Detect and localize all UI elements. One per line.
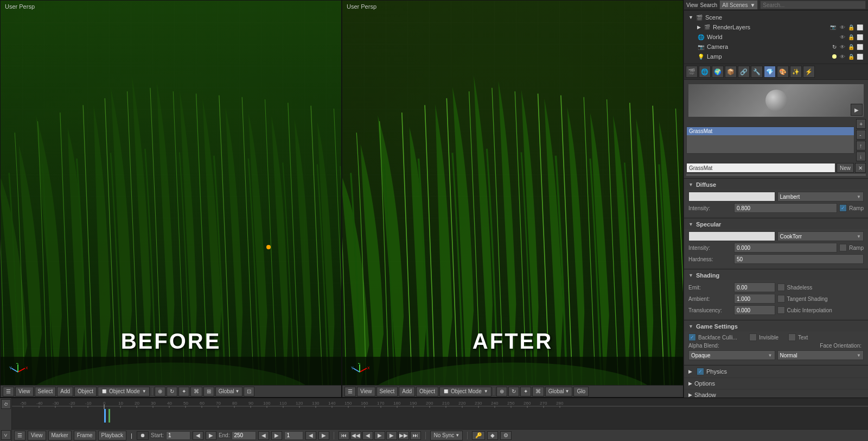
viewport-left[interactable]: User Persp BEFORE (1) Plane.001 X Y Z ☰ …: [0, 0, 342, 398]
jump-end-btn[interactable]: ⏭: [410, 431, 421, 440]
backface-checkbox[interactable]: [688, 333, 696, 341]
scene-search-input[interactable]: [760, 1, 866, 9]
props-world-icon[interactable]: 🌍: [712, 66, 724, 78]
end-frame-dec[interactable]: ◀: [258, 431, 269, 440]
shading-header[interactable]: ▼ Shading: [684, 270, 868, 280]
tl-frame-btn[interactable]: Frame: [74, 431, 96, 440]
tl-menu-icon[interactable]: ☰: [14, 431, 25, 440]
material-new-btn[interactable]: New: [837, 163, 854, 173]
specular-ramp-checkbox[interactable]: [839, 244, 847, 251]
text-checkbox[interactable]: [788, 333, 796, 341]
vt-r-object-mode-btn[interactable]: 🔲 Object Mode ▼: [439, 387, 492, 396]
vt-r-global-btn[interactable]: Global ▼: [545, 387, 573, 396]
vt-add-btn[interactable]: Add: [57, 387, 73, 396]
viewport-right[interactable]: User Persp AFTER (1) Plane.001 X Y Z ☰ V…: [342, 0, 684, 398]
keying-icon[interactable]: 🔑: [472, 431, 485, 440]
vt-r-icon-4[interactable]: ✦: [520, 387, 531, 396]
diffuse-color-field[interactable]: [688, 192, 775, 201]
scene-world-item[interactable]: 🌐 World 👁 🔒 ⬜: [695, 32, 866, 42]
all-scenes-dropdown[interactable]: All Scenes ▼: [719, 0, 758, 10]
vt-icon-2[interactable]: ⊕: [155, 387, 165, 396]
face-orientation-dropdown[interactable]: Normal ▼: [777, 350, 864, 360]
start-frame-dec[interactable]: ◀: [193, 431, 203, 440]
vt-icon-5[interactable]: ⌘: [190, 387, 202, 396]
view-menu[interactable]: View: [686, 2, 698, 8]
next-frame-btn[interactable]: ▶: [386, 431, 397, 440]
props-modifier-icon[interactable]: 🔧: [751, 66, 763, 78]
diffuse-ramp-checkbox[interactable]: [839, 204, 847, 212]
timeline-icon-btn[interactable]: ⏱: [1, 399, 11, 409]
vt-object-mode-btn[interactable]: 🔲 Object Mode ▼: [98, 387, 150, 396]
props-scene-icon[interactable]: 🌐: [699, 66, 711, 78]
end-frame-input[interactable]: 250: [232, 431, 256, 440]
vt-r-icon-3[interactable]: ↻: [508, 387, 519, 396]
vt-r-icon-2[interactable]: ⊕: [496, 387, 507, 396]
vt-view-btn[interactable]: View: [15, 387, 34, 396]
tl-view-btn[interactable]: View: [28, 431, 46, 440]
vt-icon-3[interactable]: ↻: [167, 387, 177, 396]
preview-render-btn[interactable]: ▶: [851, 104, 863, 116]
scene-camera-item[interactable]: 📷 Camera ↻ 👁 🔒 ⬜: [695, 42, 866, 52]
alpha-blend-dropdown[interactable]: Opaque ▼: [688, 350, 775, 360]
emit-field[interactable]: 0.00: [734, 282, 775, 292]
props-particle-icon[interactable]: ✨: [790, 66, 802, 78]
material-name-field[interactable]: GrassMat: [686, 163, 835, 173]
vt-r-add-btn[interactable]: Add: [399, 387, 415, 396]
vt-r-select-btn[interactable]: Select: [376, 387, 398, 396]
props-physics-icon[interactable]: ⚡: [803, 66, 815, 78]
play-btn[interactable]: ▶: [374, 431, 385, 440]
game-settings-header[interactable]: ▼ Game Settings: [684, 322, 868, 331]
vt-global-btn[interactable]: Global ▼: [215, 387, 243, 396]
scene-root-item[interactable]: ▼ 🎬 Scene: [686, 12, 866, 22]
specular-shader-dropdown[interactable]: CookTorr ▼: [777, 231, 864, 241]
jump-start-btn[interactable]: ⏮: [339, 431, 349, 440]
cf-dec[interactable]: ◀: [305, 431, 316, 440]
material-list[interactable]: GrassMat: [686, 127, 854, 154]
end-frame-inc[interactable]: ▶: [271, 431, 282, 440]
scene-lamp-item[interactable]: 💡 Lamp 👁 🔒 ⬜: [695, 52, 866, 61]
remove-material-btn[interactable]: -: [856, 130, 866, 140]
props-constraint-icon[interactable]: 🔗: [738, 66, 750, 78]
start-frame-inc[interactable]: ▶: [206, 431, 216, 440]
tangent-checkbox[interactable]: [777, 295, 785, 303]
specular-header[interactable]: ▼ Specular: [684, 219, 868, 229]
tl-marker-btn[interactable]: Marker: [48, 431, 72, 440]
diffuse-header[interactable]: ▼ Diffuse: [684, 180, 868, 190]
vt-icon-6[interactable]: ⊞: [203, 387, 214, 396]
vt-r-object-btn[interactable]: Object: [416, 387, 438, 396]
shadeless-checkbox[interactable]: [777, 284, 785, 291]
translucency-field[interactable]: 0.000: [734, 305, 775, 315]
cubic-checkbox[interactable]: [777, 306, 785, 314]
material-x-btn[interactable]: ✕: [855, 163, 866, 173]
vt-icon-btn[interactable]: ☰: [3, 387, 14, 396]
material-down-btn[interactable]: ↓: [856, 152, 866, 161]
current-frame-input[interactable]: 1: [284, 431, 303, 440]
keyframe-type-btn[interactable]: ◆: [487, 431, 498, 440]
search-menu[interactable]: Search: [700, 2, 718, 8]
prev-keyframe-btn[interactable]: ◀◀: [350, 431, 361, 440]
add-material-btn[interactable]: +: [856, 119, 866, 129]
shadow-section-header[interactable]: ▶ Shadow: [684, 389, 868, 398]
tl-record-icon[interactable]: ⏺: [137, 431, 149, 440]
tl-settings-btn[interactable]: ⚙: [500, 431, 512, 440]
specular-hardness-field[interactable]: 50: [734, 254, 864, 264]
timeline-view-btn[interactable]: V: [1, 430, 11, 440]
vt-icon-4[interactable]: ✦: [178, 387, 189, 396]
vt-select-btn[interactable]: Select: [35, 387, 56, 396]
tl-playback-btn[interactable]: Playback: [98, 431, 127, 440]
physics-checkbox[interactable]: ✓: [697, 368, 704, 375]
vt-icon-7[interactable]: ⊡: [244, 387, 254, 396]
prev-frame-btn[interactable]: ◀: [362, 431, 373, 440]
ambient-field[interactable]: 1.000: [734, 294, 775, 304]
props-texture-icon[interactable]: 🎨: [777, 66, 789, 78]
material-list-item[interactable]: GrassMat: [687, 127, 854, 135]
specular-intensity-field[interactable]: 0.000: [734, 243, 837, 253]
options-section-header[interactable]: ▶ Options: [684, 378, 868, 389]
material-up-btn[interactable]: ↑: [856, 141, 866, 150]
search-input-area[interactable]: [760, 1, 866, 9]
specular-color-field[interactable]: [688, 231, 775, 241]
vt-r-icon-7[interactable]: Glo: [573, 387, 589, 396]
timeline-ruler[interactable]: -50 -40 -30 -20 -10 0 10 20 30 40 50 60: [12, 398, 868, 429]
invisible-checkbox[interactable]: [749, 333, 757, 341]
diffuse-shader-dropdown[interactable]: Lambert ▼: [777, 192, 864, 201]
